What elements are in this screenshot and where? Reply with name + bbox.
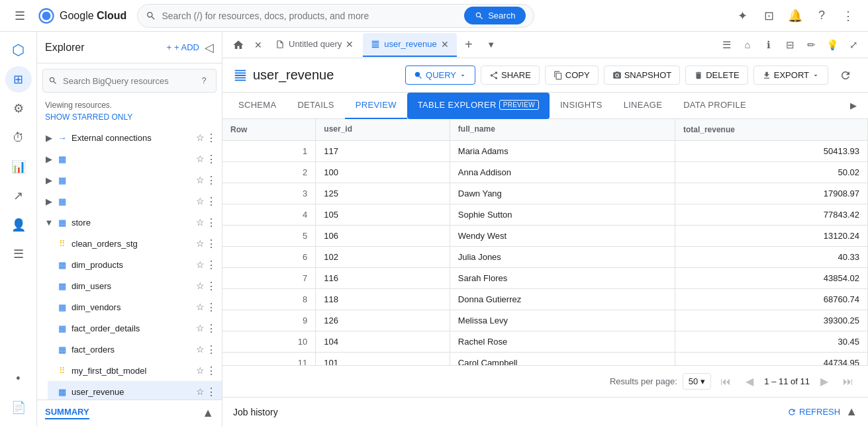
more-dim-vendors-btn[interactable]: ⋮ [206,301,217,314]
snapshot-button[interactable]: SNAPSHOT [604,65,681,85]
tab-home[interactable] [228,34,249,56]
more-vert-icon[interactable]: ⋮ [836,4,860,28]
tree-item-dim-users[interactable]: ▦ dim_users ☆ ⋮ [48,275,222,296]
star-dim-vendors-btn[interactable]: ☆ [196,302,205,312]
star-dim-users-btn[interactable]: ☆ [196,280,205,291]
split-icon[interactable]: ⊟ [781,36,799,54]
sub-tab-details[interactable]: DETAILS [287,93,344,119]
analytics-nav-icon[interactable]: 📊 [5,153,32,180]
search-resources-input[interactable] [63,76,192,86]
hamburger-icon[interactable]: ☰ [8,4,32,28]
list-view-icon[interactable]: ☰ [717,36,736,54]
tree-item-dim-products[interactable]: ▦ dim_products ☆ ⋮ [48,254,222,275]
search-input[interactable] [162,11,459,21]
sparkle-icon[interactable]: ✦ [730,4,754,28]
per-page-select[interactable]: 50 ▾ [683,373,711,390]
bell-icon[interactable]: 🔔 [783,4,807,28]
star-3-btn[interactable]: ☆ [196,175,205,185]
tree-item-user-revenue[interactable]: ▦ user_revenue ☆ ⋮ [48,381,222,400]
col-resize-user-id[interactable] [439,124,442,135]
more-4-btn[interactable]: ⋮ [206,195,217,208]
search-button[interactable]: Search [464,7,526,24]
collapse-job-history-button[interactable]: ▲ [845,405,857,419]
more-dim-users-btn[interactable]: ⋮ [206,280,217,292]
tab-untitled-close-btn[interactable]: ✕ [346,39,354,50]
terminal-icon[interactable]: ⊡ [757,4,781,28]
more-dim-products-btn[interactable]: ⋮ [206,259,217,271]
more-fact-order-details-btn[interactable]: ⋮ [206,322,217,335]
col-resize-full-name[interactable] [664,124,667,135]
tree-item-4[interactable]: ▶ ▦ ☆ ⋮ [37,191,222,212]
more-dbt-model-btn[interactable]: ⋮ [206,364,217,377]
star-user-revenue-btn[interactable]: ☆ [196,386,205,397]
tree-item-dim-vendors[interactable]: ▦ dim_vendors ☆ ⋮ [48,296,222,318]
pipeline-nav-icon[interactable]: ↗ [5,183,32,209]
more-2-btn[interactable]: ⋮ [206,153,217,165]
filter-nav-icon[interactable]: ⚙ [5,95,32,122]
tree-item-3[interactable]: ▶ ▦ ☆ ⋮ [37,169,222,191]
history-nav-icon[interactable]: ⏱ [5,124,32,151]
more-3-btn[interactable]: ⋮ [206,174,217,187]
fullscreen-icon[interactable]: ⤢ [844,36,863,54]
sub-tab-table-explorer[interactable]: TABLE EXPLORER PREVIEW [407,93,550,119]
collapse-summary-button[interactable]: ▲ [202,406,214,420]
help-icon[interactable]: ? [810,4,834,28]
info-icon[interactable]: ℹ [759,36,778,54]
tab-add-button[interactable]: + [458,34,479,56]
sub-tab-next-btn[interactable]: ▶ [844,97,863,115]
tree-item-fact-orders[interactable]: ▦ fact_orders ☆ ⋮ [48,339,222,360]
sub-tab-lineage[interactable]: LINEAGE [613,93,673,119]
more-ext-btn[interactable]: ⋮ [206,132,217,144]
share-button[interactable]: SHARE [481,65,540,85]
star-4-btn[interactable]: ☆ [196,196,205,206]
more-store-btn[interactable]: ⋮ [206,216,217,229]
more-clean-btn[interactable]: ⋮ [206,237,217,250]
star-ext-btn[interactable]: ☆ [196,132,205,143]
list-nav-icon[interactable]: ☰ [5,241,32,267]
add-button[interactable]: + + ADD [166,42,199,52]
prev-page-button[interactable]: ◀ [740,372,759,391]
tree-item-clean-orders-stg[interactable]: ⠿ clean_orders_stg ☆ ⋮ [48,233,222,254]
tree-item-fact-order-details[interactable]: ▦ fact_order_details ☆ ⋮ [48,318,222,339]
star-store-btn[interactable]: ☆ [196,217,205,228]
star-clean-btn[interactable]: ☆ [196,238,205,249]
star-dim-products-btn[interactable]: ☆ [196,259,205,270]
copy-button[interactable]: COPY [545,65,599,85]
delete-button[interactable]: DELETE [685,65,748,85]
tree-item-my-first-dbt-model[interactable]: ⠿ my_first_dbt_model ☆ ⋮ [48,360,222,381]
edit-icon[interactable]: ✏ [802,36,820,54]
tab-untitled-query[interactable]: Untitled query ✕ [267,33,362,57]
home-nav-icon[interactable]: ⊞ [5,66,32,93]
sub-tab-preview[interactable]: PREVIEW [345,93,407,119]
tab-home-close[interactable]: ✕ [250,37,266,53]
next-page-button[interactable]: ▶ [815,372,834,391]
star-2-btn[interactable]: ☆ [196,153,205,164]
sub-tab-insights[interactable]: INSIGHTS [550,93,613,119]
tab-user-revenue[interactable]: user_revenue ✕ [363,33,457,57]
more-user-revenue-btn[interactable]: ⋮ [206,386,217,398]
tree-item-2[interactable]: ▶ ▦ ☆ ⋮ [37,148,222,169]
tree-item-store[interactable]: ▼ ▦ store ☆ ⋮ [37,212,222,233]
first-page-button[interactable]: ⏮ [716,372,735,391]
dot-nav-icon[interactable]: • [5,365,32,392]
show-starred-link[interactable]: SHOW STARRED ONLY [37,112,222,127]
tab-more-button[interactable]: ▼ [481,34,502,56]
search-help-icon[interactable]: ? [197,74,211,87]
doc-nav-icon[interactable]: 📄 [5,394,32,421]
sub-tab-schema[interactable]: SCHEMA [228,93,287,119]
query-button[interactable]: QUERY [405,65,475,85]
home-pin-icon[interactable]: ⌂ [738,36,757,54]
last-page-button[interactable]: ⏭ [839,372,857,391]
export-button[interactable]: EXPORT [753,65,828,85]
star-fact-orders-btn[interactable]: ☆ [196,344,205,355]
refresh-table-button[interactable] [834,64,857,87]
more-fact-orders-btn[interactable]: ⋮ [206,343,217,356]
lightbulb-icon[interactable]: 💡 [823,36,842,54]
collapse-explorer-button[interactable]: ◁ [205,40,214,55]
sub-tab-data-profile[interactable]: DATA PROFILE [673,93,757,119]
star-dbt-model-btn[interactable]: ☆ [196,365,205,376]
bigquery-logo-icon[interactable]: ⬡ [5,37,32,64]
person-nav-icon[interactable]: 👤 [5,212,32,238]
star-fact-order-details-btn[interactable]: ☆ [196,323,205,333]
tree-item-ext-conn[interactable]: ▶ → External connections ☆ ⋮ [37,127,222,148]
